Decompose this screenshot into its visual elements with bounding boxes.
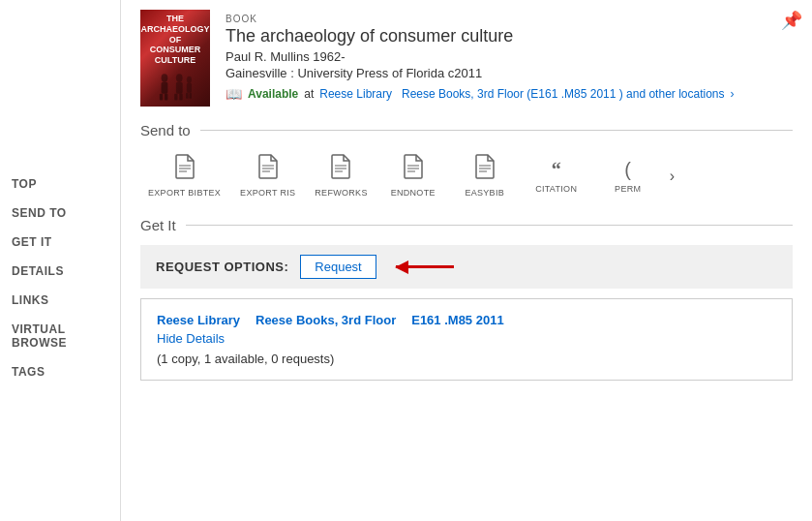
pin-icon[interactable]: 📌	[781, 10, 802, 31]
svg-point-0	[162, 74, 168, 82]
request-options-label: REQUEST OPTIONS:	[156, 260, 288, 274]
library-result-header: Reese Library Reese Books, 3rd Floor E16…	[157, 313, 776, 327]
sidebar-item-get-it[interactable]: GET IT	[0, 228, 120, 257]
book-cover: THE ARCHAEOLOGY OFCONSUMERCULTURE	[140, 10, 210, 107]
citation-icon: “	[552, 159, 561, 181]
book-type-label: BOOK	[226, 14, 793, 24]
refworks-label: REFWORKS	[315, 188, 367, 198]
easybib-button[interactable]: EASYBIB	[451, 150, 519, 201]
arrow-indicator	[396, 265, 454, 268]
book-publisher: Gainesville : University Press of Florid…	[226, 66, 793, 80]
book-author: Paul R. Mullins 1962-	[226, 49, 793, 64]
book-cover-silhouette	[151, 70, 199, 103]
svg-rect-5	[176, 82, 183, 94]
availability-row: 📖 Available at Reese Library Reese Books…	[226, 86, 793, 102]
export-ris-icon	[257, 154, 279, 185]
perm-label: PERM	[615, 184, 641, 194]
endnote-icon	[403, 154, 424, 185]
arrow-line	[396, 265, 454, 268]
sidebar-item-send-to[interactable]: SEND TO	[0, 199, 120, 228]
sidebar-item-top[interactable]: TOP	[0, 169, 120, 199]
availability-at: at	[304, 87, 314, 101]
export-ris-button[interactable]: EXPORT RIS	[232, 150, 303, 201]
export-bibtex-label: EXPORT BIBTEX	[148, 188, 221, 198]
refworks-icon	[330, 154, 351, 185]
book-header: THE ARCHAEOLOGY OFCONSUMERCULTURE	[140, 10, 793, 107]
sidebar-item-links[interactable]: LINKS	[0, 286, 120, 315]
svg-rect-6	[174, 94, 177, 101]
export-bibtex-button[interactable]: EXPORT BIBTEX	[140, 150, 228, 201]
perm-icon: (	[624, 159, 631, 181]
main-content: 📌 THE ARCHAEOLOGY OFCONSUMERCULTURE	[121, 0, 812, 521]
send-to-divider	[200, 130, 793, 131]
export-bibtex-icon	[174, 154, 195, 185]
svg-rect-3	[165, 94, 167, 101]
request-button[interactable]: Request	[300, 255, 376, 279]
sidebar-item-details[interactable]: DETAILS	[0, 257, 120, 286]
get-it-section: REQUEST OPTIONS: Request Reese Library R…	[140, 245, 793, 381]
copy-info: (1 copy, 1 available, 0 requests)	[157, 352, 776, 366]
svg-rect-7	[179, 94, 182, 101]
export-ris-label: EXPORT RIS	[240, 188, 295, 198]
svg-rect-9	[187, 83, 192, 93]
available-text: Available	[248, 87, 298, 101]
chevron-right-icon: ›	[731, 87, 735, 101]
send-to-title: Send to	[140, 122, 191, 138]
citation-label: CITATION	[535, 184, 577, 194]
citation-button[interactable]: “ CITATION	[523, 155, 590, 198]
location-link[interactable]: Reese Library Reese Books, 3rd Floor (E1…	[319, 87, 724, 101]
svg-rect-10	[186, 93, 189, 99]
sidebar: TOP SEND TO GET IT DETAILS LINKS VIRTUAL…	[0, 0, 121, 521]
send-to-section-header: Send to	[140, 122, 793, 138]
refworks-button[interactable]: REFWORKS	[307, 150, 375, 201]
svg-rect-1	[162, 82, 168, 94]
get-it-title: Get It	[140, 217, 176, 233]
svg-rect-11	[189, 93, 192, 99]
library-result: Reese Library Reese Books, 3rd Floor E16…	[140, 298, 793, 381]
book-title: The archaeology of consumer culture	[226, 26, 793, 46]
hide-details-link[interactable]: Hide Details	[157, 331, 776, 346]
library-floor-link[interactable]: Reese Books, 3rd Floor	[256, 313, 396, 327]
svg-point-8	[187, 77, 192, 83]
library-callnum-link[interactable]: E161 .M85 2011	[411, 313, 503, 327]
book-info: BOOK The archaeology of consumer culture…	[226, 10, 793, 107]
sidebar-item-tags[interactable]: TAGS	[0, 357, 120, 386]
endnote-button[interactable]: ENDNOTE	[379, 150, 447, 201]
get-it-section-header: Get It	[140, 217, 793, 233]
availability-icon: 📖	[226, 86, 242, 102]
svg-rect-2	[160, 94, 163, 101]
get-it-divider	[186, 225, 793, 226]
library-name-link[interactable]: Reese Library	[157, 313, 240, 327]
easybib-label: EASYBIB	[465, 188, 504, 198]
sidebar-item-virtual-browse[interactable]: VIRTUAL BROWSE	[0, 315, 120, 357]
easybib-icon	[474, 154, 496, 185]
endnote-label: ENDNOTE	[391, 188, 436, 198]
scroll-right-arrow[interactable]: ›	[666, 168, 678, 185]
send-to-icons: EXPORT BIBTEX EXPORT RIS	[140, 150, 793, 201]
svg-point-4	[176, 74, 183, 82]
request-options-row: REQUEST OPTIONS: Request	[140, 245, 793, 289]
perm-button[interactable]: ( PERM	[594, 155, 662, 198]
book-cover-title: THE ARCHAEOLOGY OFCONSUMERCULTURE	[141, 14, 210, 66]
